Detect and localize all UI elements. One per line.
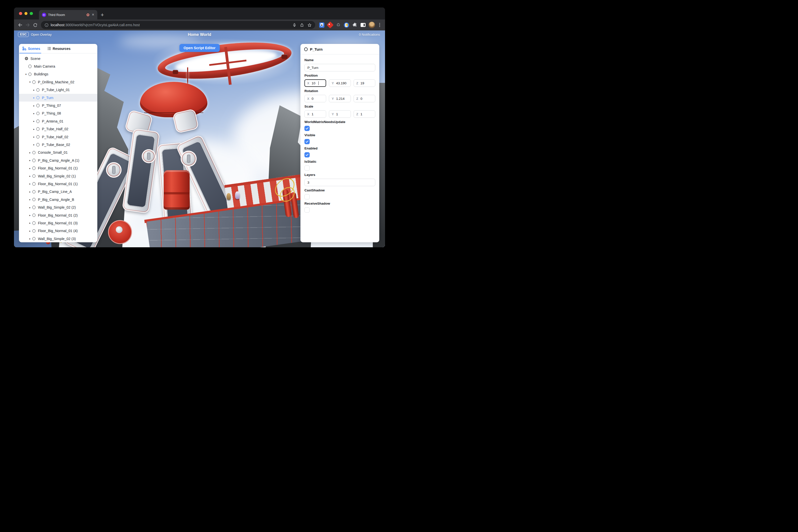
scale-y-field[interactable]: Y	[329, 110, 350, 118]
chevron-icon[interactable]: ▸	[28, 206, 32, 209]
chevron-icon[interactable]: ▸	[28, 190, 32, 193]
rotation-y-field[interactable]: Y	[329, 95, 350, 102]
name-input[interactable]	[304, 64, 375, 71]
tree-item-p-drilling-machine-02[interactable]: ▾ P_Drilling_Machine_02	[19, 78, 97, 86]
tree-item-floor-big-normal-01-3-[interactable]: ▸ Floor_Big_Normal_01 (3)	[19, 219, 97, 227]
enabled-checkbox[interactable]	[304, 152, 310, 157]
browser-menu-icon[interactable]	[378, 23, 382, 27]
tree-item-p-tube-half-02[interactable]: ▸ P_Tube_Half_02	[19, 133, 97, 141]
tab-resources[interactable]: Resources	[44, 44, 74, 53]
tree-item-p-antena-01[interactable]: ▸ P_Antena_01	[19, 117, 97, 125]
position-x-field[interactable]: X	[304, 79, 326, 87]
tree-item-p-big-camp-line-a[interactable]: ▸ P_Big_Camp_Line_A	[19, 188, 97, 196]
visible-checkbox[interactable]	[304, 139, 310, 144]
url-bar[interactable]: localhost:3000/world/!vjrzmTVOcyIsLgaAkA…	[41, 21, 315, 29]
forward-button[interactable]	[24, 21, 32, 29]
chevron-icon[interactable]: ▸	[28, 183, 32, 185]
chevron-icon[interactable]: ▾	[24, 73, 28, 76]
chevron-icon[interactable]: ▸	[32, 135, 36, 138]
chevron-icon[interactable]: ▸	[32, 89, 36, 91]
chevron-icon[interactable]: ▸	[32, 112, 36, 115]
back-button[interactable]	[17, 21, 24, 29]
chevron-icon[interactable]: ▸	[32, 128, 36, 131]
tree-item-floor-big-normal-01-2-[interactable]: ▸ Floor_Big_Normal_01 (2)	[19, 211, 97, 219]
scale-x-field[interactable]: X	[304, 110, 326, 118]
new-tab-button[interactable]: +	[101, 12, 104, 18]
chevron-icon[interactable]: ▸	[32, 96, 36, 99]
rotation-x-field[interactable]: X	[304, 95, 326, 102]
position-x-input[interactable]	[312, 81, 316, 85]
chevron-icon[interactable]: ▸	[28, 151, 32, 154]
scale-z-input[interactable]	[361, 112, 373, 116]
rotation-y-input[interactable]	[336, 97, 348, 100]
chevron-icon[interactable]: ▸	[32, 104, 36, 107]
3d-viewport[interactable]: ESC Open Overlay Home World 0 Notificati…	[14, 31, 385, 247]
reload-button[interactable]	[32, 21, 39, 29]
tree-item-floor-big-normal-01-1-[interactable]: ▸ Floor_Big_Normal_01 (1)	[19, 164, 97, 172]
tree-item-p-tube-base-02[interactable]: ▸ P_Tube_Base_02	[19, 141, 97, 149]
position-y-field[interactable]: Y	[329, 79, 350, 87]
site-info-icon[interactable]	[44, 23, 49, 27]
open-overlay-control[interactable]: ESC Open Overlay	[18, 32, 52, 37]
bookmark-star-icon[interactable]	[307, 23, 312, 27]
red-diamond-extension-icon[interactable]	[327, 22, 333, 28]
minimize-window-button[interactable]	[24, 12, 28, 15]
profile-avatar[interactable]	[368, 22, 375, 28]
tree-item-p-thing-08[interactable]: ▸ P_Thing_08	[19, 110, 97, 117]
open-script-editor-button[interactable]: Open Script Editor	[179, 44, 220, 52]
chevron-icon[interactable]: ▸	[32, 143, 36, 146]
chevron-icon[interactable]: ▸	[28, 230, 32, 232]
share-icon[interactable]	[300, 23, 304, 27]
receive-shadow-checkbox[interactable]	[304, 207, 310, 213]
tree-item-wall-big-simple-02-2-[interactable]: ▸ Wall_Big_Simple_02 (2)	[19, 203, 97, 211]
scale-z-field[interactable]: Z	[354, 110, 375, 118]
chevron-icon[interactable]: ▸	[28, 167, 32, 170]
zoom-window-button[interactable]	[30, 12, 33, 15]
password-manager-extension-icon[interactable]	[319, 22, 325, 28]
browser-tab[interactable]: ∞ Third Room ×	[39, 10, 97, 19]
tab-scenes[interactable]: Scenes	[19, 44, 44, 53]
tree-item-p-tube-light-01[interactable]: ▸ P_Tube_Light_01	[19, 86, 97, 94]
microphone-icon[interactable]	[292, 23, 297, 27]
night-mode-extension-icon[interactable]	[344, 22, 349, 28]
tree-item-p-tube-half-02[interactable]: ▸ P_Tube_Half_02	[19, 125, 97, 133]
chevron-icon[interactable]: ▸	[28, 214, 32, 216]
chevron-icon[interactable]: ▸	[28, 175, 32, 177]
scale-x-input[interactable]	[312, 112, 324, 116]
cast-shadow-checkbox[interactable]	[304, 194, 310, 200]
rotation-z-field[interactable]: Z	[354, 95, 375, 102]
is-static-checkbox[interactable]	[304, 166, 310, 171]
chevron-icon[interactable]: ▸	[32, 120, 36, 122]
tab-close-button[interactable]: ×	[91, 13, 95, 17]
tree-item-main-camera[interactable]: Main Camera	[19, 62, 97, 70]
tree-item-scene[interactable]: Scene	[19, 55, 97, 62]
world-matrix-checkbox[interactable]	[304, 126, 310, 131]
chevron-icon[interactable]: ▸	[28, 159, 32, 162]
rotation-x-input[interactable]	[312, 97, 324, 100]
position-z-field[interactable]: Z	[354, 79, 375, 87]
tree-item-buildings[interactable]: ▾ Buildings	[19, 70, 97, 78]
tree-item-wall-big-simple-02-1-[interactable]: ▸ Wall_Big_Simple_02 (1)	[19, 172, 97, 180]
tree-item-p-thing-07[interactable]: ▸ P_Thing_07	[19, 101, 97, 109]
tree-item-console-small-01[interactable]: ▸ Console_Small_01	[19, 149, 97, 156]
extensions-puzzle-icon[interactable]	[352, 22, 358, 28]
layers-input[interactable]	[304, 179, 375, 186]
chevron-icon[interactable]: ▸	[28, 198, 32, 201]
notifications-count[interactable]: 0 Notifications	[359, 33, 380, 36]
scale-y-input[interactable]	[336, 112, 348, 116]
side-panel-icon[interactable]	[360, 22, 366, 28]
tree-item-p-big-camp-angle-b[interactable]: ▸ P_Big_Camp_Angle_B	[19, 196, 97, 203]
rotation-z-input[interactable]	[361, 97, 373, 100]
position-y-input[interactable]	[336, 81, 348, 85]
chevron-icon[interactable]: ▸	[28, 222, 32, 224]
tree-item-p-big-camp-angle-a-1-[interactable]: ▸ P_Big_Camp_Angle_A (1)	[19, 156, 97, 164]
position-z-input[interactable]	[361, 81, 373, 85]
tree-item-p-turn[interactable]: ▸ P_Turn	[19, 94, 97, 101]
tree-item-floor-big-normal-01-4-[interactable]: ▸ Floor_Big_Normal_01 (4)	[19, 227, 97, 235]
chevron-icon[interactable]: ▸	[28, 237, 32, 240]
chevron-icon[interactable]: ▾	[28, 81, 32, 83]
recycle-extension-icon[interactable]: ♻	[336, 22, 341, 28]
tree-item-wall-big-simple-02-3-[interactable]: ▸ Wall_Big_Simple_02 (3)	[19, 235, 97, 242]
close-window-button[interactable]	[19, 12, 22, 15]
tree-item-floor-big-normal-01-1-[interactable]: ▸ Floor_Big_Normal_01 (1)	[19, 180, 97, 188]
